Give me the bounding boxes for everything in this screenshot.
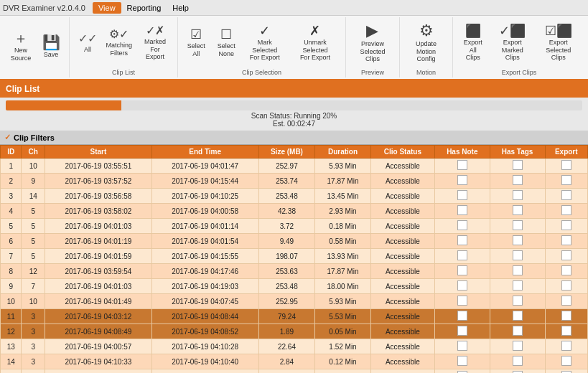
cell-has-tags[interactable]	[490, 264, 545, 279]
cell-export[interactable]	[545, 159, 587, 174]
cell-has-tags[interactable]	[490, 369, 545, 374]
checkbox[interactable]	[561, 205, 571, 215]
col-duration[interactable]: Duration	[315, 146, 370, 159]
cell-export[interactable]	[545, 249, 587, 264]
unmark-selected-button[interactable]: ✗ Unmark SelectedFor Export	[288, 20, 342, 67]
col-id[interactable]: ID	[1, 146, 22, 159]
checkbox[interactable]	[513, 280, 523, 291]
checkbox[interactable]	[457, 235, 467, 245]
clip-table-wrapper[interactable]: ID Ch Start End Time Size (MB) Duration …	[0, 145, 588, 373]
cell-has-tags[interactable]	[490, 354, 545, 369]
col-size[interactable]: Size (MB)	[258, 146, 315, 159]
cell-has-tags[interactable]	[490, 294, 545, 309]
checkbox[interactable]	[457, 250, 467, 260]
checkbox[interactable]	[457, 356, 467, 366]
checkbox[interactable]	[561, 341, 571, 351]
checkbox[interactable]	[561, 250, 571, 260]
table-row[interactable]: 4 5 2017-06-19 03:58:02 2017-06-19 04:00…	[1, 204, 588, 219]
checkbox[interactable]	[457, 175, 467, 185]
cell-export[interactable]	[545, 234, 587, 249]
checkbox[interactable]	[561, 280, 571, 291]
cell-export[interactable]	[545, 189, 587, 204]
cell-has-note[interactable]	[435, 189, 490, 204]
table-row[interactable]: 2 9 2017-06-19 03:57:52 2017-06-19 04:15…	[1, 174, 588, 189]
checkbox[interactable]	[513, 341, 523, 351]
checkbox[interactable]	[513, 265, 523, 275]
checkbox[interactable]	[457, 160, 467, 170]
checkbox[interactable]	[513, 175, 523, 185]
col-has-tags[interactable]: Has Tags	[490, 146, 545, 159]
checkbox[interactable]	[457, 341, 467, 351]
cell-export[interactable]	[545, 294, 587, 309]
checkbox[interactable]	[561, 175, 571, 185]
checkbox[interactable]	[513, 205, 523, 215]
mark-selected-button[interactable]: ✓ Mark SelectedFor Export	[241, 20, 288, 67]
cell-has-tags[interactable]	[490, 279, 545, 294]
cell-has-note[interactable]	[435, 234, 490, 249]
checkbox[interactable]	[561, 265, 571, 275]
new-source-button[interactable]: ＋ NewSource	[6, 24, 36, 70]
checkbox[interactable]	[513, 235, 523, 245]
table-row[interactable]: 11 3 2017-06-19 04:03:12 2017-06-19 04:0…	[1, 309, 588, 324]
checkbox[interactable]	[561, 160, 571, 170]
table-row[interactable]: 12 3 2017-06-19 04:08:49 2017-06-19 04:0…	[1, 324, 588, 339]
checkbox[interactable]	[513, 250, 523, 260]
cell-has-note[interactable]	[435, 249, 490, 264]
cell-has-note[interactable]	[435, 294, 490, 309]
checkbox[interactable]	[457, 280, 467, 291]
menu-reporting[interactable]: Reporting	[121, 2, 167, 14]
table-row[interactable]: 6 5 2017-06-19 04:01:19 2017-06-19 04:01…	[1, 234, 588, 249]
checkbox[interactable]	[457, 205, 467, 215]
checkbox[interactable]	[513, 326, 523, 336]
checkbox[interactable]	[457, 220, 467, 230]
cell-export[interactable]	[545, 174, 587, 189]
cell-has-tags[interactable]	[490, 339, 545, 354]
select-all-button[interactable]: ☑ SelectAll	[181, 20, 211, 67]
cell-has-note[interactable]	[435, 219, 490, 234]
checkbox[interactable]	[513, 160, 523, 170]
cell-export[interactable]	[545, 219, 587, 234]
checkbox[interactable]	[457, 265, 467, 275]
cell-has-note[interactable]	[435, 309, 490, 324]
table-row[interactable]: 8 12 2017-06-19 03:59:54 2017-06-19 04:1…	[1, 264, 588, 279]
table-row[interactable]: 1 10 2017-06-19 03:55:51 2017-06-19 04:0…	[1, 159, 588, 174]
col-export[interactable]: Export	[545, 146, 587, 159]
table-row[interactable]: 13 3 2017-06-19 04:00:57 2017-06-19 04:1…	[1, 339, 588, 354]
cell-has-tags[interactable]	[490, 174, 545, 189]
marked-for-export-button[interactable]: ✓✗ Marked ForExport	[136, 20, 174, 67]
export-all-button[interactable]: ⬛ Export AllClips	[456, 20, 490, 67]
checkbox[interactable]	[457, 326, 467, 336]
cell-has-note[interactable]	[435, 204, 490, 219]
checkbox[interactable]	[561, 235, 571, 245]
cell-has-tags[interactable]	[490, 189, 545, 204]
col-end[interactable]: End Time	[151, 146, 258, 159]
all-button[interactable]: ✓✓ All	[73, 20, 103, 67]
cell-has-note[interactable]	[435, 174, 490, 189]
cell-has-note[interactable]	[435, 324, 490, 339]
export-selected-button[interactable]: ☑⬛ ExportSelected Clips	[535, 20, 582, 67]
checkbox[interactable]	[561, 356, 571, 366]
cell-export[interactable]	[545, 279, 587, 294]
export-marked-button[interactable]: ✓⬛ ExportMarked Clips	[490, 20, 535, 67]
checkbox[interactable]	[513, 220, 523, 230]
cell-has-tags[interactable]	[490, 159, 545, 174]
cell-export[interactable]	[545, 369, 587, 374]
checkbox[interactable]	[513, 311, 523, 321]
table-row[interactable]: 14 3 2017-06-19 04:10:33 2017-06-19 04:1…	[1, 354, 588, 369]
checkbox[interactable]	[561, 296, 571, 306]
cell-has-note[interactable]	[435, 279, 490, 294]
matching-filters-button[interactable]: ⚙✓ MatchingFilters	[103, 20, 136, 67]
col-ch[interactable]: Ch	[22, 146, 45, 159]
cell-has-tags[interactable]	[490, 234, 545, 249]
cell-has-note[interactable]	[435, 159, 490, 174]
col-has-note[interactable]: Has Note	[435, 146, 490, 159]
cell-has-note[interactable]	[435, 339, 490, 354]
menu-view[interactable]: View	[93, 2, 121, 14]
cell-export[interactable]	[545, 339, 587, 354]
cell-export[interactable]	[545, 324, 587, 339]
table-row[interactable]: 5 5 2017-06-19 04:01:03 2017-06-19 04:01…	[1, 219, 588, 234]
save-button[interactable]: 💾 Save	[36, 24, 66, 70]
table-row[interactable]: 9 7 2017-06-19 04:01:03 2017-06-19 04:19…	[1, 279, 588, 294]
preview-clips-button[interactable]: ▶ PreviewSelected Clips	[349, 20, 397, 67]
cell-has-tags[interactable]	[490, 204, 545, 219]
